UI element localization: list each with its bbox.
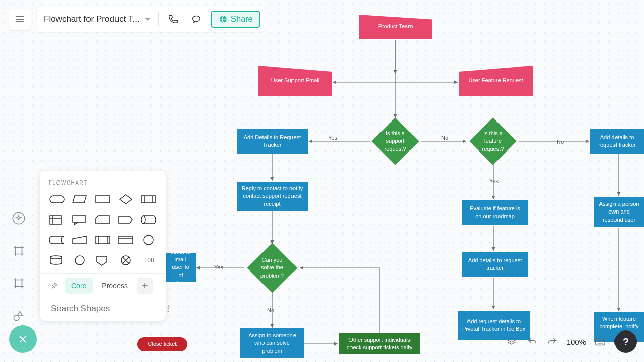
shape-diamond[interactable] [117,193,135,206]
rail-frame-button[interactable] [9,241,28,260]
shapes-panel: FLOWCHART +08 Core Process [40,171,166,321]
plus-icon [141,282,149,290]
svg-point-14 [75,256,84,265]
redo-icon [547,337,558,347]
keyboard-icon [595,336,606,347]
close-icon [17,334,28,345]
zoom-level[interactable]: 100% [567,338,586,346]
shape-terminator[interactable] [48,193,66,206]
share-label: Share [231,15,253,24]
undo-icon [527,337,537,347]
edge-label: No [557,139,564,145]
svg-rect-6 [141,196,156,203]
svg-point-19 [168,311,169,312]
edge-label: Yes [214,264,223,270]
chat-icon [191,14,202,25]
shapes-icon [12,309,25,322]
svg-point-17 [168,305,169,307]
svg-point-2 [13,212,24,224]
panel-more-button[interactable] [164,303,173,315]
divider [158,12,159,26]
edge-label: Yes [489,178,499,184]
svg-rect-11 [119,236,133,244]
shape-stored-data[interactable] [48,233,66,247]
call-button[interactable] [164,10,182,28]
shape-subprocess[interactable] [94,233,111,247]
shape-tag[interactable] [117,213,135,226]
layers-icon [507,337,517,347]
main-menu-button[interactable] [9,9,31,30]
svg-point-9 [141,216,145,224]
shape-browser[interactable] [117,233,135,247]
frame-icon [12,277,25,290]
svg-rect-20 [596,339,605,345]
rail-shapes-button[interactable] [9,306,28,325]
hamburger-icon [15,14,25,24]
edge-label: Yes [328,135,337,141]
shape-card[interactable] [94,213,111,226]
pin-icon [49,281,58,290]
sparkle-icon [12,211,26,225]
layers-button[interactable] [506,336,518,348]
shape-manual-input[interactable] [71,233,89,247]
dots-vertical-icon [164,304,173,313]
edge-label: No [267,307,274,313]
tab-process[interactable]: Process [96,278,134,294]
svg-rect-10 [96,236,110,244]
shape-rectangle[interactable] [94,193,111,206]
shape-search-input[interactable] [51,304,159,314]
shape-parallelogram[interactable] [71,193,89,206]
shape-summing[interactable] [117,254,135,267]
shape-cylinder-v[interactable] [48,254,66,267]
tab-core[interactable]: Core [65,278,93,294]
svg-rect-8 [73,216,86,222]
shape-callout[interactable] [71,213,89,226]
shape-predefined[interactable] [140,193,158,206]
close-panel-fab[interactable] [9,325,37,353]
svg-rect-7 [50,216,61,224]
shape-internal-storage[interactable] [48,213,66,226]
help-button[interactable]: ? [614,330,637,353]
phone-icon [167,14,179,25]
shape-offpage[interactable] [94,254,111,267]
globe-icon [219,15,228,24]
panel-heading: FLOWCHART [40,171,166,191]
rail-ai-button[interactable] [9,208,28,228]
edge-label: No [441,135,448,141]
shape-cylinder-h[interactable] [140,213,158,226]
svg-point-12 [144,235,153,245]
svg-point-0 [192,16,200,22]
frame-icon [12,244,25,257]
svg-point-18 [168,308,169,310]
svg-rect-4 [50,196,64,203]
title-dropdown-icon[interactable] [145,18,150,21]
keyboard-button[interactable] [594,336,606,348]
svg-point-13 [50,256,62,259]
chat-button[interactable] [187,10,206,28]
document-title[interactable]: Flowchart for Product T... [44,14,140,24]
rail-frame2-button[interactable] [9,274,28,293]
redo-button[interactable] [546,336,559,348]
shape-circle2[interactable] [71,254,89,267]
undo-button[interactable] [526,336,538,348]
pin-button[interactable] [46,278,62,294]
add-tab-button[interactable] [137,278,153,294]
share-button[interactable]: Share [211,11,261,28]
more-shapes-count[interactable]: +08 [140,254,158,267]
svg-rect-5 [96,196,110,203]
shape-circle[interactable] [140,233,158,247]
